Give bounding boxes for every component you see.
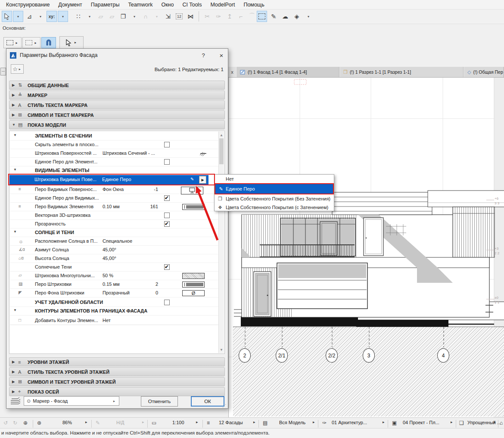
- render-tool-dropdown[interactable]: ▾: [303, 11, 314, 22]
- pen-number[interactable]: 0: [139, 290, 158, 295]
- panel-scrollbar[interactable]: ▲ ▼: [218, 131, 224, 353]
- section-marker-symbol[interactable]: ▶⊞СИМВОЛ И ТЕКСТ МАРКЕРА: [9, 110, 225, 119]
- scale-value[interactable]: 1:100: [172, 420, 184, 425]
- property-value[interactable]: Прозрачный: [103, 290, 130, 295]
- menu-construct[interactable]: Конструирование: [2, 1, 54, 9]
- property-value[interactable]: Нет: [103, 318, 111, 323]
- marquee-tool-button[interactable]: ▸: [3, 37, 22, 48]
- offset-tool-dropdown[interactable]: ▾: [129, 11, 140, 22]
- measure-tool-icon[interactable]: ⊿: [24, 11, 34, 22]
- menu-modelport[interactable]: ModelPort: [206, 1, 239, 9]
- layer-value[interactable]: 12 Фасады: [219, 420, 243, 425]
- transform-tool-icon[interactable]: ⇲: [163, 11, 173, 22]
- transparent-pen-swatch[interactable]: Ø: [182, 290, 205, 296]
- model-filter-dropdown-icon[interactable]: ▸: [313, 420, 315, 424]
- checkbox-checked[interactable]: [164, 195, 170, 201]
- elevation-drawing-canvas[interactable]: [228, 78, 504, 417]
- property-row[interactable]: ▨Перо Штриховки0.15 мм2: [10, 280, 219, 289]
- docked-panel-icon[interactable]: [0, 68, 6, 75]
- property-row[interactable]: □Добавить Контуры Элемен...Нет: [10, 316, 219, 325]
- section-axes-display[interactable]: ▶⌖ПОКАЗ ОСЕЙ: [9, 387, 225, 396]
- hatch-swatch[interactable]: [182, 273, 205, 279]
- section-story-levels[interactable]: ▶≡УРОВНИ ЭТАЖЕЙ: [9, 357, 225, 366]
- pen-number[interactable]: 161: [139, 204, 158, 209]
- snap-grid-icon[interactable]: ∷: [73, 11, 84, 22]
- cut-fill-pen-icon[interactable]: [199, 150, 207, 156]
- property-value[interactable]: 50 %: [103, 273, 113, 278]
- property-row[interactable]: Скрыть элементы в плоско...: [10, 141, 219, 149]
- renovation-value[interactable]: Упрощенный ...: [467, 420, 501, 425]
- view-dropdown-icon[interactable]: ▸: [451, 420, 453, 424]
- property-row[interactable]: ▱Штриховка Многоугольни...50 %: [10, 272, 219, 280]
- view-settings-value[interactable]: 04 Проект - Пл...: [403, 420, 439, 425]
- popup-item-none[interactable]: Нет: [215, 175, 334, 183]
- property-row[interactable]: Единое Перо для Элемент...: [10, 158, 219, 166]
- section-marker-text-style[interactable]: ▶AСТИЛЬ ТЕКСТА МАРКЕРА: [9, 100, 225, 110]
- group-row[interactable]: УЧЕТ УДАЛЕННОЙ ОБЛАСТИ: [10, 298, 219, 307]
- selected-property-row[interactable]: Штриховка Видимых Пове... Единое Перо ✎ …: [9, 175, 208, 185]
- tab-section[interactable]: ❒ (!) 1 Разрез 1-1 [1 Разрез 1-1]: [339, 67, 464, 77]
- property-row[interactable]: Солнечные Тени: [10, 263, 219, 272]
- layer-dropdown-icon[interactable]: ▸: [253, 420, 255, 424]
- help-button[interactable]: ?: [198, 50, 209, 60]
- property-row[interactable]: ☼Расположение Солнца в П...Специальное: [10, 237, 219, 246]
- popup-item-uniform-pen[interactable]: ✎Единое Перо: [215, 183, 334, 194]
- pen-set-dropdown-icon[interactable]: ▸: [383, 420, 385, 424]
- tab-close-button[interactable]: x: [228, 67, 236, 77]
- property-row[interactable]: ⌂αВысота Солнца45,00°: [10, 254, 219, 263]
- offset-tool-icon[interactable]: ❐: [118, 11, 128, 22]
- section-story-text-style[interactable]: ▶AСТИЛЬ ТЕКСТА УРОВНЕЙ ЭТАЖЕЙ: [9, 367, 225, 376]
- menu-teamwork[interactable]: Teamwork: [124, 1, 157, 9]
- menu-ci-tools[interactable]: CI Tools: [178, 1, 206, 9]
- menu-document[interactable]: Документ: [54, 1, 86, 9]
- popup-item-surface-flat[interactable]: ❒Цвета Собственного Покрытия (Без Затене…: [215, 194, 334, 203]
- group-row[interactable]: ▼ЭЛЕМЕНТЫ В СЕЧЕНИИ: [10, 132, 219, 141]
- group-row[interactable]: ▼СОЛНЦЕ И ТЕНИ: [10, 228, 219, 237]
- lasso-tool-icon[interactable]: ✎: [268, 11, 279, 22]
- property-row[interactable]: ◤Перо Фона ШтриховкиПрозрачный0Ø: [10, 289, 219, 297]
- tab-elevation[interactable]: (!) 1 Фасад 1-4 [1 Фасад 1-4]: [236, 67, 339, 77]
- group-row[interactable]: ▼ВИДИМЫЕ ЭЛЕМЕНТЫ: [10, 166, 219, 175]
- model-filter-value[interactable]: Вся Модель: [279, 420, 305, 425]
- coordinate-tool-icon[interactable]: xy:: [47, 11, 57, 22]
- property-value[interactable]: Фон Окна: [103, 187, 124, 192]
- property-value[interactable]: Специальное: [103, 238, 132, 244]
- checkbox[interactable]: [164, 300, 170, 305]
- property-row[interactable]: Единое Перо для Видимых...: [10, 194, 219, 203]
- section-marker[interactable]: ▶≜МАРКЕР: [9, 91, 225, 100]
- close-button[interactable]: ×: [216, 50, 227, 60]
- window-background-button[interactable]: [181, 187, 203, 194]
- dialog-titlebar[interactable]: Параметры Выбранного Фасада: [6, 49, 228, 62]
- axis-bubble[interactable]: 4: [437, 348, 449, 363]
- render-tool-icon[interactable]: ◈: [292, 11, 302, 22]
- axis-bubble[interactable]: 3: [363, 348, 375, 363]
- menu-window[interactable]: Окно: [157, 1, 178, 9]
- zoom-in-icon[interactable]: ⊕: [23, 420, 28, 426]
- scrollbar-thumb[interactable]: [219, 138, 224, 164]
- dimension-tool-icon[interactable]: 12: [176, 13, 183, 19]
- section-general-data[interactable]: ▶⇅ОБЩИЕ ДАННЫЕ: [9, 81, 225, 90]
- property-row[interactable]: Штриховка Поверхностей ...Штриховка Сече…: [10, 149, 219, 158]
- property-row[interactable]: ≡Перо Видимых Поверхнос...Фон Окна-1: [10, 185, 219, 194]
- scale-dropdown-icon[interactable]: ▸: [196, 420, 198, 424]
- pen-color-swatch[interactable]: [182, 204, 205, 210]
- arrow-tool-dropdown[interactable]: ▾: [13, 11, 23, 22]
- menu-options[interactable]: Параметры: [87, 1, 124, 9]
- option-popup-button[interactable]: ▶: [199, 176, 206, 184]
- section-model-display[interactable]: ▼▤ПОКАЗ МОДЕЛИ: [9, 120, 225, 129]
- property-row[interactable]: ≡Перо Видимых Элементов0.10 мм161: [10, 203, 219, 211]
- snap-grid-dropdown[interactable]: ▾: [84, 11, 95, 22]
- property-row[interactable]: Прозрачность: [10, 220, 219, 228]
- pen-set-value[interactable]: 01 Архитектур...: [332, 420, 367, 425]
- group-row[interactable]: ▼КОНТУРЫ ЭЛЕМЕНТОВ НА ГРАНИЦАХ ФАСАДА: [10, 307, 219, 316]
- marker-layer-combo[interactable]: ⊙ Маркер - Фасад ▸: [24, 396, 119, 406]
- cancel-button[interactable]: Отменить: [141, 396, 178, 407]
- zoom-dropdown-icon[interactable]: ▸: [85, 420, 87, 424]
- ok-button[interactable]: ОК: [191, 396, 224, 407]
- coordinate-tool-dropdown[interactable]: ▾: [58, 11, 68, 22]
- stretch-tool-icon[interactable]: ⋈: [185, 11, 196, 22]
- axis-bubble[interactable]: 2/1: [276, 348, 288, 363]
- pen-number[interactable]: -1: [139, 187, 158, 192]
- menu-help[interactable]: Помощь: [239, 1, 268, 9]
- zoom-fit-icon[interactable]: ⊛: [37, 420, 41, 426]
